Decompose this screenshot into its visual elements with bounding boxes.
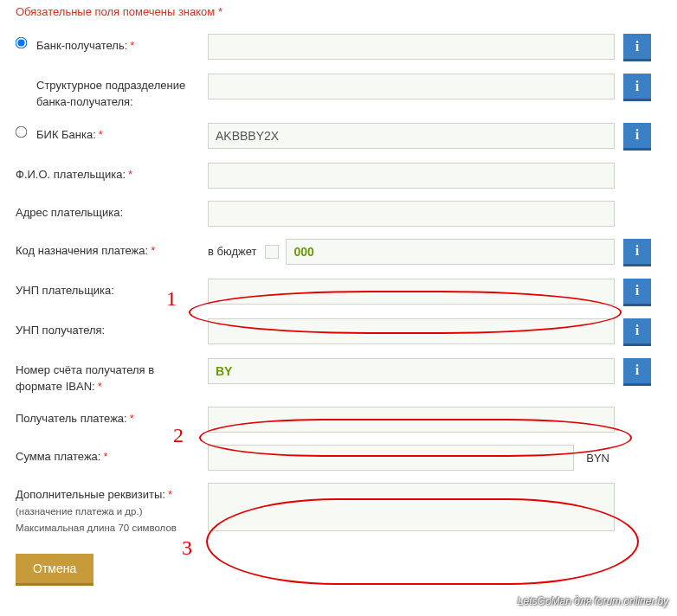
amount-input[interactable] xyxy=(208,445,574,471)
budget-label: в бюджет xyxy=(208,245,256,258)
extra-hint2: Максимальная длина 70 символов xyxy=(16,523,177,533)
bank-recipient-radio[interactable] xyxy=(16,37,28,49)
bik-label: БИК Банка:* xyxy=(36,123,208,144)
budget-checkbox[interactable] xyxy=(265,245,279,259)
info-icon[interactable]: i xyxy=(623,74,651,101)
iban-input[interactable] xyxy=(208,358,615,384)
payer-unp-label: УНП плательщика: xyxy=(16,279,208,299)
info-icon[interactable]: i xyxy=(623,279,651,306)
payer-fio-label: Ф.И.О. плательщика:* xyxy=(16,163,208,183)
bik-input[interactable] xyxy=(208,123,615,149)
recipient-unp-label: УНП получателя: xyxy=(16,318,208,339)
info-icon[interactable]: i xyxy=(623,123,651,151)
info-icon[interactable]: i xyxy=(623,358,651,386)
bik-radio[interactable] xyxy=(16,125,28,138)
bank-subdiv-input[interactable] xyxy=(208,74,615,99)
info-icon[interactable]: i xyxy=(623,318,651,346)
bank-recipient-label: Банк-получатель:* xyxy=(36,34,208,55)
payment-recipient-label: Получатель платежа:* xyxy=(16,407,208,427)
bank-subdiv-label: Структурное подразделение банка-получате… xyxy=(36,74,208,111)
recipient-unp-input[interactable] xyxy=(208,318,615,344)
bank-recipient-input[interactable] xyxy=(208,34,615,60)
purpose-code-label: Код назначения платежа:* xyxy=(16,239,208,260)
info-icon[interactable]: i xyxy=(623,239,651,266)
purpose-code-input[interactable] xyxy=(286,239,615,265)
extra-label: Дополнительные реквизиты:* xyxy=(16,488,172,501)
extra-textarea[interactable] xyxy=(208,483,615,531)
payer-addr-input[interactable] xyxy=(208,201,615,227)
payment-recipient-input[interactable] xyxy=(208,407,615,433)
extra-hint1: (назначение платежа и др.) xyxy=(16,506,143,517)
payer-unp-input[interactable] xyxy=(208,279,615,305)
watermark: LetsGoMan для forum.onliner.by xyxy=(518,595,668,607)
amount-label: Сумма платежа:* xyxy=(16,445,208,465)
payer-fio-input[interactable] xyxy=(208,163,615,189)
info-icon[interactable]: i xyxy=(623,34,651,61)
iban-label: Номер счёта получателя в формате IBAN:* xyxy=(16,358,208,395)
payer-addr-label: Адрес плательщика: xyxy=(16,201,208,221)
currency-label: BYN xyxy=(581,452,615,465)
required-fields-note: Обязательные поля помечены знаком * xyxy=(16,5,674,18)
cancel-button[interactable]: Отмена xyxy=(16,554,93,586)
